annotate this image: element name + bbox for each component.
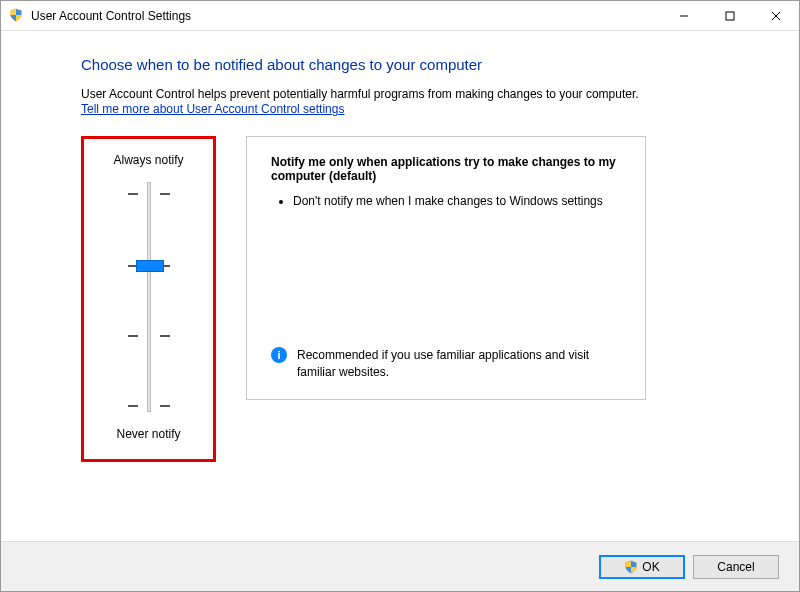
- recommendation-text: Recommended if you use familiar applicat…: [297, 347, 627, 381]
- titlebar: User Account Control Settings: [1, 1, 799, 31]
- shield-icon: [9, 8, 25, 24]
- notification-slider-panel: Always notify Never notify: [81, 136, 216, 462]
- slider-top-label: Always notify: [113, 153, 183, 167]
- cancel-button-label: Cancel: [717, 560, 754, 574]
- slider-tick: [128, 193, 170, 195]
- description-text: User Account Control helps prevent poten…: [81, 87, 719, 101]
- cancel-button[interactable]: Cancel: [693, 555, 779, 579]
- svg-rect-1: [726, 12, 734, 20]
- learn-more-link[interactable]: Tell me more about User Account Control …: [81, 102, 344, 116]
- slider-track: [147, 182, 151, 412]
- maximize-button[interactable]: [707, 1, 753, 30]
- content-area: Choose when to be notified about changes…: [1, 31, 799, 541]
- window-title: User Account Control Settings: [31, 9, 661, 23]
- ok-button[interactable]: OK: [599, 555, 685, 579]
- dialog-footer: OK Cancel: [1, 541, 799, 591]
- detail-panel: Notify me only when applications try to …: [246, 136, 646, 400]
- detail-title: Notify me only when applications try to …: [271, 155, 627, 183]
- minimize-button[interactable]: [661, 1, 707, 30]
- window-controls: [661, 1, 799, 30]
- detail-bullet: Don't notify me when I make changes to W…: [293, 193, 627, 210]
- slider-bottom-label: Never notify: [116, 427, 180, 441]
- info-icon: i: [271, 347, 287, 363]
- ok-button-label: OK: [642, 560, 659, 574]
- close-button[interactable]: [753, 1, 799, 30]
- page-heading: Choose when to be notified about changes…: [81, 56, 719, 73]
- recommendation-row: i Recommended if you use familiar applic…: [271, 347, 627, 381]
- slider-tick: [128, 335, 170, 337]
- main-area: Always notify Never notify Notify me onl…: [81, 136, 719, 462]
- slider-tick: [128, 405, 170, 407]
- detail-list: Don't notify me when I make changes to W…: [293, 193, 627, 210]
- notification-slider[interactable]: [119, 177, 179, 417]
- slider-thumb[interactable]: [136, 260, 164, 272]
- uac-settings-window: User Account Control Settings Choose whe…: [0, 0, 800, 592]
- shield-icon: [624, 560, 638, 574]
